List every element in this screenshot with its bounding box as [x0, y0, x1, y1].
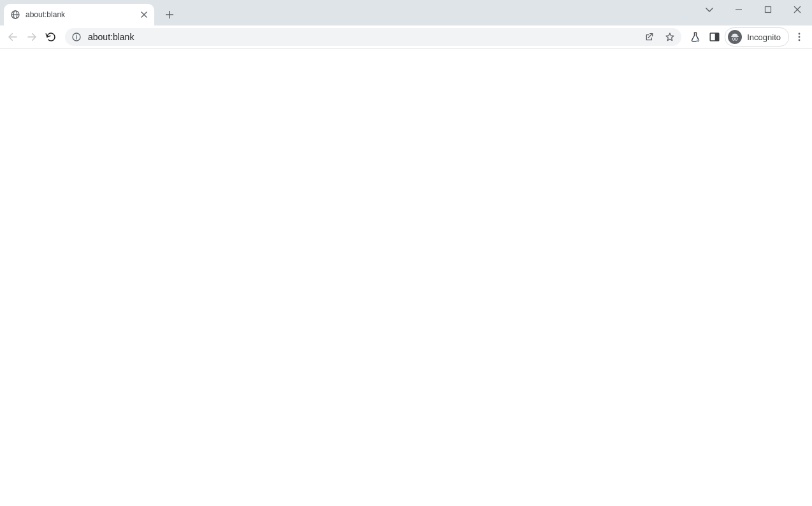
maximize-window-button[interactable] — [753, 0, 783, 19]
reload-icon — [45, 31, 57, 43]
side-panel-icon — [709, 31, 720, 43]
toolbar: Incognito — [0, 25, 812, 49]
omnibox[interactable] — [65, 28, 681, 46]
chevron-down-icon — [705, 5, 714, 14]
svg-point-24 — [799, 33, 801, 35]
profile-label: Incognito — [747, 33, 781, 42]
new-tab-button[interactable] — [161, 6, 178, 24]
forward-button[interactable] — [23, 28, 41, 46]
globe-icon — [10, 10, 20, 20]
plus-icon — [166, 11, 173, 18]
minimize-icon — [735, 6, 743, 13]
svg-point-21 — [732, 38, 735, 40]
incognito-icon — [728, 30, 742, 44]
side-panel-button[interactable] — [706, 28, 723, 46]
more-vertical-icon — [794, 32, 804, 42]
close-window-button[interactable] — [783, 0, 812, 19]
svg-marker-16 — [666, 33, 674, 41]
close-icon — [794, 6, 801, 13]
tab-strip: about:blank — [0, 0, 812, 25]
tab-about-blank[interactable]: about:blank — [4, 4, 154, 25]
info-icon — [71, 32, 82, 42]
reload-button[interactable] — [42, 28, 60, 46]
svg-rect-19 — [715, 33, 719, 41]
tab-search-button[interactable] — [695, 0, 724, 19]
share-button[interactable] — [642, 29, 657, 45]
svg-point-26 — [799, 40, 801, 41]
site-info-button[interactable] — [71, 32, 82, 42]
back-button[interactable] — [4, 28, 22, 46]
share-icon — [644, 32, 655, 42]
labs-button[interactable] — [686, 28, 704, 46]
close-icon — [141, 11, 147, 18]
menu-button[interactable] — [790, 28, 808, 46]
svg-rect-20 — [731, 36, 739, 37]
bookmark-button[interactable] — [662, 29, 678, 45]
minimize-window-button[interactable] — [724, 0, 753, 19]
window-controls — [724, 0, 812, 19]
close-tab-button[interactable] — [139, 10, 149, 20]
svg-point-14 — [76, 35, 77, 36]
star-icon — [665, 32, 675, 42]
svg-point-25 — [799, 36, 801, 38]
maximize-icon — [764, 6, 772, 13]
svg-point-17 — [697, 40, 699, 41]
flask-icon — [690, 31, 701, 43]
arrow-left-icon — [7, 31, 18, 43]
profile-button[interactable]: Incognito — [725, 27, 789, 47]
tab-title: about:blank — [25, 10, 139, 19]
svg-rect-8 — [765, 7, 771, 13]
address-input[interactable] — [87, 31, 637, 43]
svg-point-22 — [735, 38, 737, 40]
page-content — [0, 49, 812, 506]
arrow-right-icon — [26, 31, 38, 43]
